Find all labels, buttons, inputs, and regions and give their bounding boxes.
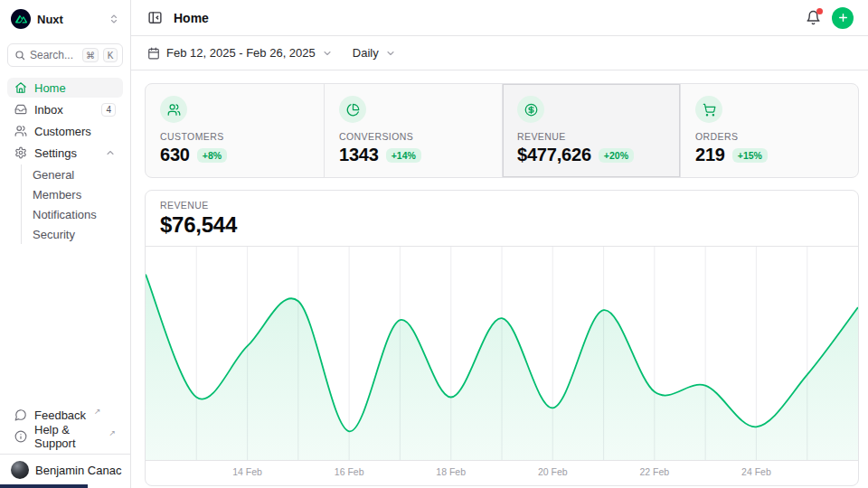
sidebar-item-label: Help & Support [34, 423, 100, 450]
dashboard-content: CUSTOMERS 630 +8% CONVERSIONS 1343 +14% … [131, 70, 868, 488]
chevron-down-icon [385, 48, 396, 59]
sidebar-item-help-support[interactable]: Help & Support ↗ [7, 427, 123, 446]
stat-card-orders[interactable]: ORDERS 219 +15% [680, 84, 858, 177]
info-circle-icon [14, 430, 27, 443]
filters-toolbar: Feb 12, 2025 - Feb 26, 2025 Daily [131, 36, 868, 70]
add-button[interactable] [832, 7, 854, 29]
stat-delta-badge: +15% [732, 148, 768, 163]
settings-submenu: General Members Notifications Security [21, 164, 123, 244]
users-icon [167, 103, 181, 117]
stat-delta-badge: +20% [599, 148, 634, 163]
sidebar-item-inbox[interactable]: Inbox 4 [7, 99, 123, 119]
external-link-icon: ↗ [108, 428, 116, 437]
users-icon [14, 125, 27, 137]
chart-x-axis: 14 Feb16 Feb18 Feb20 Feb22 Feb24 Feb [146, 461, 858, 485]
sidebar-item-security[interactable]: Security [22, 224, 123, 244]
stat-card-customers[interactable]: CUSTOMERS 630 +8% [146, 84, 324, 177]
chevron-up-icon [105, 147, 116, 158]
search-input[interactable]: Search... ⌘ K [7, 43, 123, 67]
user-avatar [11, 461, 29, 479]
sidebar-item-notifications[interactable]: Notifications [22, 204, 123, 224]
x-axis-tick-label: 18 Feb [436, 466, 466, 477]
chevron-down-icon [322, 48, 333, 59]
x-axis-tick-label: 22 Feb [639, 466, 669, 477]
sidebar-footer: Benjamin Canac [0, 454, 130, 481]
notifications-button[interactable] [804, 8, 823, 27]
panel-left-close-icon [147, 10, 163, 25]
user-name: Benjamin Canac [35, 464, 121, 477]
sidebar: Nuxt Search... ⌘ K Home Inbox 4 Customer… [0, 0, 131, 488]
stat-value: 219 [695, 145, 725, 165]
chevron-up-down-icon [108, 14, 119, 24]
sidebar-item-customers[interactable]: Customers [7, 121, 123, 141]
chat-bubble-icon [14, 408, 27, 421]
stat-label: CUSTOMERS [160, 131, 309, 142]
workspace-switcher[interactable]: Nuxt [7, 7, 123, 31]
stat-card-conversions[interactable]: CONVERSIONS 1343 +14% [324, 84, 502, 177]
search-placeholder: Search... [30, 49, 78, 61]
search-icon [14, 50, 25, 61]
collapse-sidebar-button[interactable] [146, 8, 165, 27]
external-link-icon: ↗ [94, 407, 101, 416]
stat-value: 1343 [339, 145, 379, 165]
stat-delta-badge: +14% [386, 148, 421, 163]
sidebar-item-members[interactable]: Members [22, 184, 123, 204]
cart-icon [703, 103, 716, 117]
nuxt-logo-icon [11, 9, 31, 29]
chart-title: REVENUE [160, 200, 844, 211]
stats-row: CUSTOMERS 630 +8% CONVERSIONS 1343 +14% … [145, 83, 859, 178]
page-header: Home [131, 0, 868, 36]
kbd-k: K [103, 48, 118, 62]
inbox-count-badge: 4 [101, 103, 116, 117]
page-title: Home [174, 11, 209, 25]
chart-current-value: $76,544 [160, 212, 844, 238]
x-axis-tick-label: 14 Feb [232, 466, 262, 477]
x-axis-tick-label: 24 Feb [741, 466, 771, 477]
circle-dollar-icon [524, 103, 538, 117]
sidebar-item-label: Home [34, 81, 66, 95]
stat-card-revenue[interactable]: REVENUE $477,626 +20% [502, 84, 680, 177]
x-axis-tick-label: 20 Feb [538, 466, 568, 477]
stat-delta-badge: +8% [197, 148, 227, 163]
user-menu[interactable]: Benjamin Canac [11, 461, 119, 479]
date-range-picker[interactable]: Feb 12, 2025 - Feb 26, 2025 [146, 42, 335, 63]
home-icon [14, 81, 27, 94]
main-area: Home Feb 12, 2025 - Feb 26, 2025 Daily [131, 0, 868, 488]
workspace-name: Nuxt [37, 13, 102, 26]
period-select[interactable]: Daily [351, 42, 398, 63]
calendar-icon [147, 47, 160, 60]
date-range-value: Feb 12, 2025 - Feb 26, 2025 [166, 46, 316, 60]
sidebar-item-label: Inbox [34, 103, 63, 117]
stat-label: ORDERS [695, 131, 844, 142]
sidebar-item-feedback[interactable]: Feedback ↗ [7, 405, 123, 425]
revenue-area-chart[interactable] [146, 246, 858, 461]
sidebar-item-general[interactable]: General [22, 164, 123, 184]
sidebar-item-home[interactable]: Home [7, 78, 123, 98]
kbd-command: ⌘ [82, 48, 99, 62]
sidebar-item-label: Customers [34, 125, 91, 138]
sidebar-nav: Home Inbox 4 Customers Settings General … [7, 78, 123, 244]
stat-value: 630 [160, 145, 190, 165]
x-axis-tick-label: 16 Feb [335, 466, 364, 477]
sidebar-item-label: Settings [34, 146, 77, 160]
chart-pie-icon [346, 103, 360, 117]
notification-dot [816, 8, 823, 14]
sidebar-item-settings[interactable]: Settings [7, 143, 123, 163]
sidebar-item-label: Feedback [34, 408, 86, 422]
revenue-chart-card: REVENUE $76,544 14 Feb16 Feb18 Feb20 Feb… [145, 190, 859, 486]
inbox-icon [14, 103, 27, 116]
period-value: Daily [353, 46, 379, 60]
plus-icon [837, 12, 849, 23]
gear-icon [14, 146, 27, 159]
stat-label: REVENUE [517, 131, 665, 142]
stat-label: CONVERSIONS [339, 131, 487, 142]
stat-value: $477,626 [517, 145, 591, 165]
screen-bottom-artifact [0, 484, 88, 488]
